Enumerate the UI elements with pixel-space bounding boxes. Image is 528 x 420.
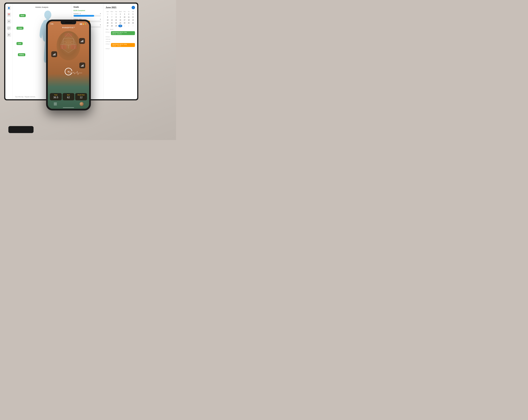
cal-day[interactable]: 2 — [127, 25, 131, 27]
face-mesh-svg — [55, 30, 82, 62]
menu-button[interactable] — [53, 102, 57, 106]
goal-sleep-chevron[interactable]: ▼ — [100, 24, 101, 25]
cal-day[interactable]: 24 — [122, 22, 126, 24]
cal-header-sat: Sat — [131, 11, 135, 12]
cal-header-mon: Mon — [110, 11, 114, 12]
sidebar-chat-icon[interactable]: 💬 — [7, 26, 11, 30]
cal-header-fri: Fri — [127, 11, 131, 12]
organ-kidney: Kidney — [18, 53, 25, 56]
app-suffix: AI — [74, 27, 75, 28]
calendar-header: June 2021 ‹ — [106, 6, 135, 9]
svg-rect-23 — [82, 41, 82, 42]
app-title: PANOPTICAI — [48, 26, 89, 29]
calendar-events: 8:00 am Appointment with Dr. CHN9:00 am … — [106, 31, 135, 49]
cal-event-row: 9:00 am — [106, 36, 135, 37]
cal-day[interactable]: 17 — [122, 19, 126, 21]
metrics-bar: Temp 36.5 Bpm 62 Breath Rate 12 — [50, 93, 87, 100]
metric-bpm-label: Bpm — [64, 94, 73, 96]
phone: 9:41 ▐▐▐ 📶 🔋 PANOPTICAI — [46, 20, 91, 111]
svg-point-0 — [44, 11, 51, 19]
svg-rect-28 — [54, 54, 55, 55]
phone-bottom-bar — [48, 102, 89, 106]
svg-rect-29 — [55, 53, 55, 55]
holistic-title: Holistic Analysis — [15, 6, 69, 8]
cal-day[interactable]: 29 — [114, 25, 118, 27]
goals-title: Goals — [73, 6, 101, 8]
goal-calories-chevron[interactable]: ▼ — [100, 19, 101, 20]
cal-day[interactable]: 16 — [118, 19, 122, 21]
goal-hydration-chevron[interactable]: ▼ — [100, 13, 101, 14]
cal-event-time: 10:00 am — [106, 38, 110, 40]
home-indicator — [63, 107, 74, 108]
svg-rect-27 — [54, 54, 54, 55]
cal-day[interactable]: 30 — [106, 13, 109, 15]
cal-day-today[interactable]: 30 — [118, 25, 122, 27]
calendar-title: June 2021 — [106, 6, 116, 9]
cal-day[interactable]: 14 — [110, 19, 114, 21]
cal-day[interactable]: 5 — [131, 13, 135, 15]
cal-day[interactable]: 19 — [131, 19, 135, 21]
cal-day[interactable]: 9 — [118, 16, 122, 18]
organ-lungs: Lungs — [16, 27, 24, 30]
calendar-prev-btn[interactable]: ‹ — [132, 6, 135, 9]
cal-day[interactable]: 2 — [118, 13, 122, 15]
cal-day[interactable]: 10 — [122, 16, 126, 18]
goal-hydration-label: Hydration 4L — [73, 13, 81, 14]
cal-day[interactable]: 18 — [127, 19, 131, 21]
panel-calendar: June 2021 ‹ Sun Mon Tue Wed Thu Fri Sat … — [103, 4, 137, 99]
metric-breath-value: 12 — [76, 96, 86, 99]
tip-of-day: Tip of the day · Regular exercise... — [15, 96, 36, 98]
svg-rect-30 — [81, 66, 82, 67]
cal-day[interactable]: 23 — [118, 22, 122, 24]
cal-day[interactable]: 13 — [106, 19, 109, 21]
cal-day[interactable]: 11 — [127, 16, 131, 18]
cal-day[interactable]: 25 — [127, 22, 131, 24]
metric-breath: Breath Rate 12 — [75, 93, 87, 100]
svg-rect-32 — [83, 65, 83, 67]
metric-temp: Temp 36.5 — [50, 93, 62, 100]
cal-day[interactable]: 20 — [106, 22, 109, 24]
cal-day[interactable]: 1 — [122, 25, 126, 27]
sidebar-people-icon[interactable]: 👤 — [7, 6, 11, 10]
metric-bpm: Bpm 62 — [63, 93, 74, 100]
cal-day[interactable]: 7 — [110, 16, 114, 18]
cal-day[interactable]: 26 — [131, 22, 135, 24]
sidebar-settings-icon[interactable]: ⚙ — [7, 33, 11, 37]
cal-day[interactable]: 3 — [131, 25, 135, 27]
chart-icon-top-right[interactable] — [79, 38, 85, 44]
user-avatar[interactable] — [80, 102, 84, 106]
cal-day[interactable]: 8 — [114, 16, 118, 18]
cal-day[interactable]: 21 — [110, 22, 114, 24]
svg-line-13 — [62, 49, 69, 53]
cal-event-time: 5:00 pm — [106, 48, 110, 49]
svg-rect-33 — [83, 64, 84, 67]
cal-day[interactable]: 31 — [110, 13, 114, 15]
svg-rect-26 — [53, 55, 53, 55]
monitor-sidebar: 👤 📅 ✉ 💬 ⚙ — [5, 4, 12, 99]
chart-icon-mid-left[interactable] — [51, 51, 57, 57]
sidebar-mail-icon[interactable]: ✉ — [7, 19, 11, 24]
goal-hydration: Hydration 4L ▼ — [73, 13, 101, 17]
cal-day[interactable]: 4 — [127, 13, 131, 15]
sidebar-calendar-icon[interactable]: 📅 — [7, 12, 11, 17]
cal-day[interactable]: 22 — [114, 22, 118, 24]
cal-event-block[interactable]: Appointment with Dr. Ming2:30 pm - 3:00 … — [111, 43, 135, 47]
cal-header-thu: Thu — [122, 11, 126, 12]
cal-day[interactable]: 6 — [106, 16, 109, 18]
cal-day[interactable]: 1 — [114, 13, 118, 15]
calendar-grid: Sun Mon Tue Wed Thu Fri Sat 30 31 1 2 3 … — [106, 11, 135, 27]
cal-day[interactable]: 12 — [131, 16, 135, 18]
phone-notch — [61, 21, 76, 24]
svg-rect-21 — [65, 33, 72, 36]
cal-event-row: 8:00 am Appointment with Dr. CHN9:00 am … — [106, 31, 135, 35]
phone-time: 9:41 — [51, 23, 53, 25]
cal-event-row: 10:00 am — [106, 38, 135, 40]
wristband — [8, 126, 34, 133]
cal-day[interactable]: 27 — [106, 25, 109, 27]
cal-day[interactable]: 28 — [110, 25, 114, 27]
goals-completed: 63.8% Completed — [73, 10, 101, 11]
cal-event-block[interactable]: Appointment with Dr. CHN9:00 am - 10:00 … — [111, 31, 135, 35]
cal-day[interactable]: 3 — [122, 13, 126, 15]
chart-icon-mid-right[interactable] — [79, 62, 85, 68]
cal-day[interactable]: 15 — [114, 19, 118, 21]
